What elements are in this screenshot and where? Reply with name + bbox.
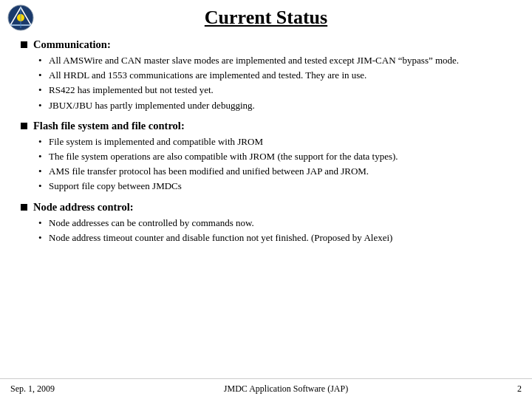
list-item: Node addresses can be controlled by comm… — [38, 216, 511, 230]
header-bar: Current Status — [0, 0, 532, 35]
slide-title: Current Status — [40, 7, 525, 29]
list-item: All AMSWire and CAN master slave modes a… — [38, 54, 511, 67]
list-item: RS422 has implemented but not tested yet… — [38, 83, 511, 97]
list-item: Support file copy between JMDCs — [38, 180, 511, 193]
list-item: All HRDL and 1553 communications are imp… — [38, 69, 511, 82]
list-item: Node address timeout counter and disable… — [38, 231, 511, 245]
list-item: The file system operations are also comp… — [38, 150, 511, 163]
footer-app-title: JMDC Application Software (JAP) — [224, 383, 348, 395]
section-communication-header: Communication: — [21, 38, 511, 51]
list-item: JBUX/JBU has partly implemented under de… — [38, 99, 511, 112]
list-item: File system is implemented and compatibl… — [38, 135, 511, 149]
node-items-list: Node addresses can be controlled by comm… — [21, 216, 511, 245]
bullet-square-communication — [21, 41, 27, 48]
bullet-square-node — [21, 204, 27, 211]
section-flash-title: Flash file system and file control: — [33, 120, 185, 132]
section-flash-header: Flash file system and file control: — [21, 120, 511, 132]
footer-date: Sep. 1, 2009 — [10, 383, 55, 395]
logo-icon — [7, 4, 34, 31]
section-communication: Communication: All AMSWire and CAN maste… — [21, 38, 511, 112]
section-node-address: Node address control: Node addresses can… — [21, 201, 511, 245]
list-item: AMS file transfer protocol has been modi… — [38, 165, 511, 178]
footer: Sep. 1, 2009 JMDC Application Software (… — [0, 378, 532, 399]
section-communication-title: Communication: — [33, 38, 111, 51]
slide-content: Communication: All AMSWire and CAN maste… — [0, 35, 532, 378]
communication-items-list: All AMSWire and CAN master slave modes a… — [21, 54, 511, 112]
section-node-title: Node address control: — [33, 201, 134, 214]
slide-container: Current Status Communication: All AMSWir… — [0, 0, 532, 399]
bullet-square-flash — [21, 123, 27, 129]
section-node-header: Node address control: — [21, 201, 511, 214]
flash-items-list: File system is implemented and compatibl… — [21, 135, 511, 194]
section-flash-file: Flash file system and file control: File… — [21, 120, 511, 194]
footer-page-number: 2 — [517, 383, 522, 395]
